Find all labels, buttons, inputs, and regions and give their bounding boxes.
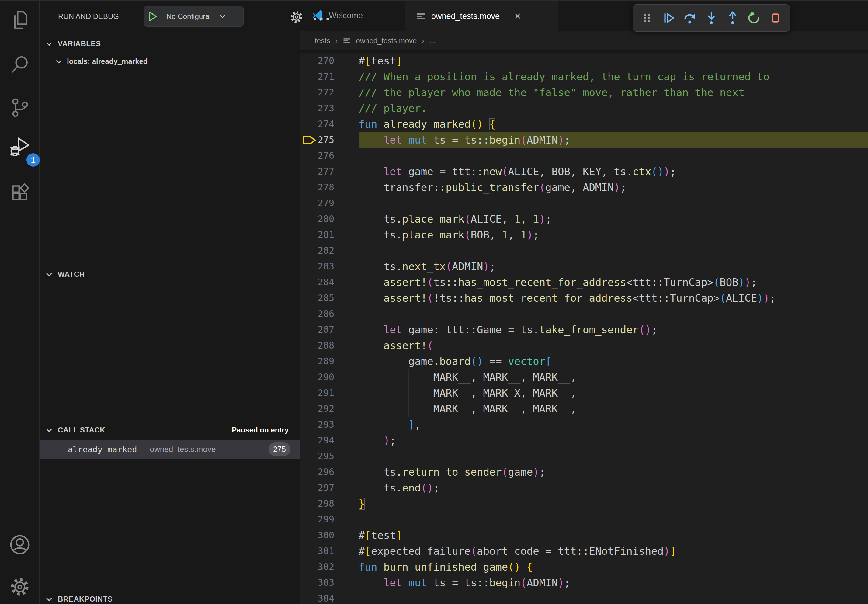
code-line[interactable]: 290 MARK__, MARK__, MARK__, [299, 369, 868, 385]
extensions-icon[interactable] [9, 182, 31, 204]
stop-button[interactable] [768, 10, 783, 26]
code-line[interactable]: 279 [299, 195, 868, 211]
close-tab-icon[interactable]: × [514, 11, 521, 22]
code-line[interactable]: 276 [299, 148, 868, 164]
line-number[interactable]: 296 [299, 464, 334, 480]
account-icon[interactable] [9, 534, 31, 556]
code-line[interactable]: 273/// player. [299, 101, 868, 116]
code-line[interactable]: 277 let game = ttt::new(ALICE, BOB, KEY,… [299, 164, 868, 180]
tab-owned-tests[interactable]: owned_tests.move × [405, 0, 558, 31]
line-number[interactable]: 302 [299, 559, 334, 575]
code-line[interactable]: 278 transfer::public_transfer(game, ADMI… [299, 180, 868, 195]
code-line[interactable]: 303 let mut ts = ts::begin(ADMIN); [299, 575, 868, 591]
line-number[interactable]: 290 [299, 369, 334, 385]
line-number[interactable]: 298 [299, 496, 334, 511]
code-line[interactable]: 284 assert!(ts::has_most_recent_for_addr… [299, 274, 868, 290]
line-number[interactable]: 297 [299, 480, 334, 496]
line-number[interactable]: 273 [299, 101, 334, 116]
line-number[interactable]: 299 [299, 511, 334, 527]
code-line[interactable]: 299 [299, 511, 868, 527]
more-actions-icon[interactable] [313, 18, 329, 20]
line-number[interactable]: 301 [299, 543, 334, 559]
launch-settings-gear-icon[interactable] [289, 10, 304, 24]
step-over-button[interactable] [682, 10, 698, 26]
settings-gear-icon[interactable] [9, 576, 31, 598]
breadcrumb-folder[interactable]: tests [315, 37, 330, 45]
breadcrumb-symbol[interactable]: ... [429, 37, 435, 45]
code-line[interactable]: 292 MARK__, MARK__, MARK__, [299, 401, 868, 417]
code-editor[interactable]: 270#[test]271/// When a position is alre… [299, 53, 868, 604]
line-number[interactable]: 293 [299, 417, 334, 432]
line-number[interactable]: 280 [299, 211, 334, 227]
code-line[interactable]: 291 MARK__, MARK_X, MARK__, [299, 385, 868, 401]
start-play-icon[interactable] [144, 10, 161, 23]
code-line[interactable]: 280 ts.place_mark(ALICE, 1, 1); [299, 211, 868, 227]
code-line[interactable]: 270#[test] [299, 53, 868, 69]
code-line[interactable]: 298} [299, 496, 868, 511]
code-line[interactable]: 274fun already_marked() { [299, 116, 868, 132]
variables-section-header[interactable]: VARIABLES [40, 36, 299, 52]
code-line[interactable]: 289 game.board() == vector[ [299, 353, 868, 369]
line-number[interactable]: 279 [299, 195, 334, 211]
line-number[interactable]: 295 [299, 448, 334, 464]
line-number[interactable]: 270 [299, 53, 334, 69]
line-number[interactable]: 294 [299, 432, 334, 448]
line-number[interactable]: 304 [299, 591, 334, 604]
line-number[interactable]: 289 [299, 353, 334, 369]
line-number[interactable]: 303 [299, 575, 334, 591]
code-line[interactable]: 287 let game: ttt::Game = ts.take_from_s… [299, 322, 868, 338]
code-line[interactable]: 272/// the player who made the "false" m… [299, 85, 868, 101]
code-line[interactable]: 271/// When a position is already marked… [299, 69, 868, 85]
line-number[interactable]: 285 [299, 290, 334, 306]
line-number[interactable]: 281 [299, 227, 334, 243]
breakpoints-section-header[interactable]: BREAKPOINTS [40, 591, 299, 604]
step-out-button[interactable] [725, 10, 740, 26]
code-line[interactable]: 294 ); [299, 432, 868, 448]
code-line[interactable]: 286 [299, 306, 868, 322]
line-number[interactable]: 272 [299, 85, 334, 101]
step-into-button[interactable] [704, 10, 719, 26]
code-line[interactable]: 304 [299, 591, 868, 604]
line-number[interactable]: 288 [299, 338, 334, 353]
line-number[interactable]: 282 [299, 243, 334, 259]
line-number[interactable]: 283 [299, 259, 334, 274]
line-number[interactable]: 286 [299, 306, 334, 322]
toolbar-drag-handle[interactable] [639, 10, 654, 26]
code-line[interactable]: 281 ts.place_mark(BOB, 1, 1); [299, 227, 868, 243]
start-debug-button[interactable]: No Configura [144, 6, 243, 27]
code-line[interactable]: 301#[expected_failure(abort_code = ttt::… [299, 543, 868, 559]
code-line[interactable]: 296 ts.return_to_sender(game); [299, 464, 868, 480]
code-line[interactable]: 282 [299, 243, 868, 259]
breadcrumb-file[interactable]: owned_tests.move [356, 37, 417, 45]
locals-scope-row[interactable]: locals: already_marked [40, 54, 299, 69]
code-line[interactable]: 293 ], [299, 417, 868, 432]
explorer-icon[interactable] [9, 9, 31, 31]
stack-frame-row[interactable]: already_marked owned_tests.move 275 [40, 440, 299, 458]
line-number[interactable]: 292 [299, 401, 334, 417]
code-line[interactable]: 288 assert!( [299, 338, 868, 353]
tab-welcome[interactable]: Welcome [299, 0, 405, 31]
line-number[interactable]: 278 [299, 180, 334, 195]
line-number[interactable]: 287 [299, 322, 334, 338]
code-line[interactable]: 285 assert!(!ts::has_most_recent_for_add… [299, 290, 868, 306]
code-line[interactable]: 295 [299, 448, 868, 464]
continue-button[interactable] [660, 10, 676, 26]
code-line[interactable]: 275 let mut ts = ts::begin(ADMIN); [299, 132, 868, 148]
code-line[interactable]: 297 ts.end(); [299, 480, 868, 496]
line-number[interactable]: 274 [299, 116, 334, 132]
call-stack-section-header[interactable]: CALL STACK Paused on entry [40, 422, 299, 438]
watch-section-header[interactable]: WATCH [40, 266, 299, 282]
restart-button[interactable] [747, 10, 762, 26]
line-number[interactable]: 277 [299, 164, 334, 180]
source-control-icon[interactable] [9, 97, 31, 119]
line-number[interactable]: 276 [299, 148, 334, 164]
line-number[interactable]: 291 [299, 385, 334, 401]
config-dropdown-label[interactable]: No Configura [166, 12, 219, 21]
line-number[interactable]: 271 [299, 69, 334, 85]
chevron-down-icon[interactable] [220, 12, 225, 18]
code-line[interactable]: 300#[test] [299, 527, 868, 543]
line-number[interactable]: 284 [299, 274, 334, 290]
run-and-debug-icon[interactable]: 1 [9, 137, 31, 159]
line-number[interactable]: 300 [299, 527, 334, 543]
code-line[interactable]: 302fun burn_unfinished_game() { [299, 559, 868, 575]
